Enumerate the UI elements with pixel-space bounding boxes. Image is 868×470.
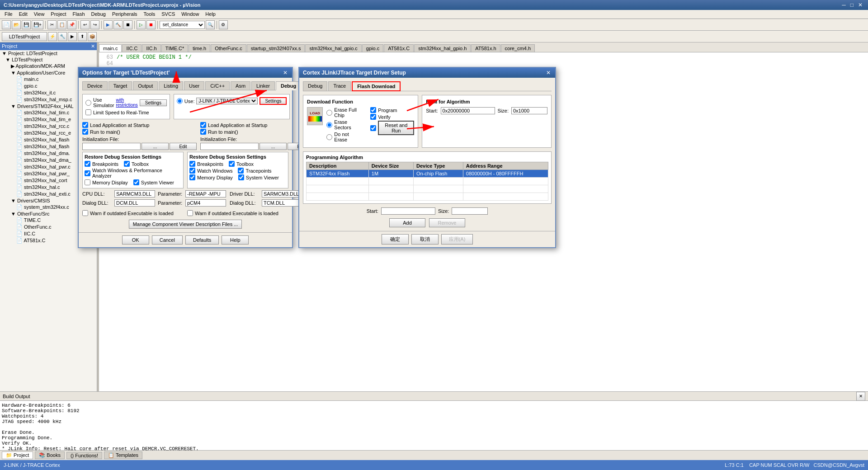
options-defaults-btn[interactable]: Defaults — [185, 235, 219, 244]
reset-run-cb[interactable] — [370, 125, 376, 131]
breakpoints2-cb[interactable] — [189, 161, 195, 167]
sys-viewer-cb[interactable] — [133, 179, 139, 185]
warn-outdated2-cb[interactable] — [187, 210, 193, 216]
options-tab-output[interactable]: Output — [133, 81, 158, 90]
load-app-cb[interactable] — [82, 122, 88, 128]
run-to-main2-cb[interactable] — [200, 129, 206, 135]
toolbox2-cb[interactable] — [229, 161, 235, 167]
tab-gpio-c[interactable]: gpio.c — [362, 44, 383, 52]
jtrace-apply-btn[interactable]: 应用(A) — [441, 234, 473, 244]
use-simulator-radio[interactable] — [85, 100, 91, 106]
toolbox-cb[interactable] — [124, 161, 130, 167]
with-restrictions-label[interactable]: with restrictions — [116, 98, 137, 108]
watch-windows-cb[interactable] — [189, 168, 195, 174]
driver-dll-input[interactable] — [262, 190, 302, 197]
options-tab-user[interactable]: User — [184, 81, 204, 90]
tab-at581x-h[interactable]: AT581x.h — [471, 44, 500, 52]
remove-btn[interactable]: Remove — [429, 218, 465, 227]
options-ok-btn[interactable]: OK — [122, 235, 149, 244]
tab-otherfunc-c[interactable]: OtherFunc.c — [211, 44, 246, 52]
rebuild-btn[interactable]: 🔨 — [113, 20, 123, 29]
target-combo[interactable]: set_distance — [160, 21, 205, 29]
close-button[interactable]: ✕ — [856, 2, 864, 8]
do-not-erase-radio[interactable] — [326, 134, 332, 140]
menu-project[interactable]: Project — [48, 11, 69, 18]
jlink-select[interactable]: J-LINK / J-TRACE Cortex — [196, 98, 258, 104]
dialog-dll-input[interactable] — [114, 199, 155, 207]
bottom-tab-project[interactable]: 📁 Project — [2, 451, 33, 459]
jtrace-tab-flash[interactable]: Flash Download — [352, 81, 401, 91]
options-tab-asm[interactable]: Asm — [231, 81, 250, 90]
run-to-main-cb[interactable] — [82, 129, 88, 135]
use-jlink-radio[interactable] — [177, 98, 183, 104]
tb2-btn2[interactable]: 🔧 — [58, 32, 67, 41]
tab-startup[interactable]: startup_stm32f407xx.s — [247, 44, 305, 52]
tb2-btn4[interactable]: ⬆ — [78, 32, 87, 41]
redo-btn[interactable]: ↪ — [90, 20, 99, 29]
driver-dialog-dll-input[interactable] — [262, 199, 302, 207]
build-output-close[interactable]: ✕ — [856, 392, 865, 401]
init-file-input[interactable] — [82, 143, 141, 150]
tab-iic-c[interactable]: IIC.C — [122, 44, 142, 52]
cut-btn[interactable]: ✂ — [47, 20, 57, 29]
undo-btn[interactable]: ↩ — [80, 20, 90, 29]
menu-window[interactable]: Window — [179, 11, 202, 18]
erase-full-radio[interactable] — [326, 110, 332, 116]
tree-project-root[interactable]: ▼ Project: LDTestProject — [0, 50, 97, 56]
tab-main-c[interactable]: main.c — [99, 44, 122, 52]
ram-size-input[interactable] — [511, 107, 547, 114]
reset-and-run-btn[interactable]: Reset and Run — [378, 121, 414, 135]
tab-time-c[interactable]: TIME.C* — [161, 44, 189, 52]
menu-edit[interactable]: Edit — [16, 11, 30, 18]
init-file-browse[interactable]: ... — [142, 143, 169, 150]
minimize-button[interactable]: ─ — [840, 2, 848, 8]
alg-size-input[interactable] — [452, 207, 488, 215]
cpu-dll-input[interactable] — [114, 190, 155, 197]
warn-outdated-cb[interactable] — [82, 210, 88, 216]
tracepoints-cb[interactable] — [238, 168, 244, 174]
options-tab-cc[interactable]: C/C++ — [205, 81, 230, 90]
options-btn[interactable]: ⚙ — [219, 20, 228, 29]
new-file-btn[interactable]: 📄 — [2, 20, 11, 29]
tab-time-h[interactable]: time.h — [189, 44, 210, 52]
manage-component-btn[interactable]: Manage Component Viewer Description File… — [129, 220, 242, 229]
init-file2-browse[interactable]: ... — [259, 143, 287, 150]
ldtest-combo[interactable]: LDTestProject — [2, 32, 47, 41]
alg-row-1[interactable]: STM32F4xx Flash 1M On-chip Flash 0800000… — [307, 170, 548, 178]
alg-start-input[interactable] — [381, 207, 435, 215]
build-btn[interactable]: ▶ — [104, 20, 113, 29]
ram-start-input[interactable] — [441, 107, 495, 114]
jtrace-tab-trace[interactable]: Trace — [328, 81, 351, 91]
open-btn[interactable]: 📂 — [12, 20, 21, 29]
init-file-edit[interactable]: Edit — [170, 143, 197, 150]
program-cb[interactable] — [370, 107, 376, 113]
search-btn[interactable]: 🔍 — [206, 20, 215, 29]
tab-hal-gpio-c[interactable]: stm32f4xx_hal_gpio.c — [305, 44, 361, 52]
menu-debug[interactable]: Debug — [89, 11, 108, 18]
tb2-btn5[interactable]: 📦 — [88, 32, 97, 41]
tb2-btn1[interactable]: ⚡ — [48, 32, 57, 41]
stop-build-btn[interactable]: ⏹ — [123, 20, 132, 29]
menu-help[interactable]: Help — [203, 11, 218, 18]
tab-at581x-c[interactable]: AT581x.C — [384, 44, 414, 52]
options-tab-linker[interactable]: Linker — [251, 81, 275, 90]
menu-tools[interactable]: Tools — [141, 11, 158, 18]
menu-view[interactable]: View — [31, 11, 47, 18]
jtrace-ok-btn[interactable]: 确定 — [382, 234, 409, 244]
options-tab-device[interactable]: Device — [82, 81, 108, 90]
verify-cb[interactable] — [370, 114, 376, 120]
limit-speed-cb[interactable] — [85, 109, 91, 115]
bottom-tab-books[interactable]: 📚 Books — [35, 451, 65, 459]
save-all-btn[interactable]: 💾+ — [32, 20, 43, 29]
erase-sectors-radio[interactable] — [326, 122, 332, 128]
mem-display-cb[interactable] — [85, 179, 90, 185]
jtrace-close-btn[interactable]: ✕ — [545, 70, 552, 76]
options-help-btn[interactable]: Help — [222, 235, 249, 244]
paste-btn[interactable]: 📌 — [67, 20, 76, 29]
settings-sim-btn[interactable]: Settings — [140, 99, 167, 106]
init-file2-input[interactable] — [200, 143, 259, 150]
mem-display2-cb[interactable] — [189, 174, 195, 180]
maximize-button[interactable]: □ — [849, 2, 855, 8]
options-tab-target[interactable]: Target — [108, 81, 132, 90]
settings-jlink-btn[interactable]: Settings — [259, 97, 287, 105]
